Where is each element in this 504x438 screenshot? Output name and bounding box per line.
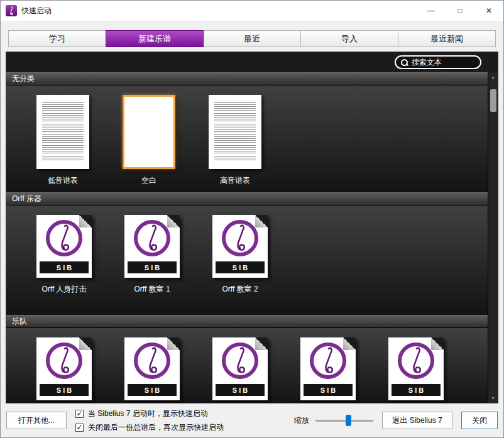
close-window-button[interactable]: ✕: [474, 1, 503, 21]
section-body-band: SIB SIB SIB: [6, 328, 498, 403]
template-browser: 无分类 低音谱表 空白 高音谱表 Orff 乐器 SIB: [6, 52, 498, 403]
treble-clef-icon: [46, 342, 82, 379]
treble-clef-icon: [310, 342, 346, 379]
tab-recent[interactable]: 最近: [203, 30, 301, 47]
show-on-launch-option[interactable]: ✓ 当 Sibelius 7 启动时，显示快速启动: [75, 408, 224, 419]
page-thumbnail[interactable]: [209, 95, 261, 169]
template-item-orff-classroom-1[interactable]: SIB Orff 教室 1: [124, 215, 180, 295]
vertical-scrollbar[interactable]: ▲ ▼: [488, 72, 498, 403]
zoom-slider-track[interactable]: [315, 420, 373, 422]
zoom-slider[interactable]: [315, 414, 373, 427]
template-label: 低音谱表: [48, 175, 78, 186]
page-thumbnail-selected[interactable]: [123, 95, 175, 169]
template-label: Orff 教室 1: [134, 284, 170, 295]
sib-badge: SIB: [216, 261, 265, 273]
sib-badge: SIB: [40, 384, 89, 396]
tab-bar: 学习 新建乐谱 最近 导入 最近新闻: [8, 30, 496, 47]
scroll-down-icon[interactable]: ▼: [488, 393, 498, 403]
sib-badge: SIB: [216, 384, 265, 396]
template-item-band-5[interactable]: SIB: [388, 337, 444, 400]
zoom-label: 缩放: [294, 415, 309, 426]
sib-file-icon[interactable]: SIB: [212, 215, 268, 278]
template-item-band-4[interactable]: SIB: [300, 337, 356, 400]
section-header-band: 乐队: [6, 315, 498, 328]
sib-file-icon[interactable]: SIB: [300, 337, 356, 400]
show-after-close-label: 关闭最后一份总谱后，再次显示快速启动: [88, 422, 224, 433]
treble-clef-icon: [46, 220, 82, 256]
folded-corner-icon: [79, 215, 92, 227]
titlebar: 快速启动 — □ ✕: [1, 1, 503, 21]
open-other-button[interactable]: 打开其他...: [6, 412, 67, 429]
sib-file-icon[interactable]: SIB: [124, 215, 180, 278]
template-item-band-1[interactable]: SIB: [36, 337, 92, 400]
scrollbar-thumb[interactable]: [490, 89, 496, 112]
show-after-close-checkbox[interactable]: ✓: [75, 424, 84, 432]
treble-clef-icon: [398, 342, 434, 379]
zoom-control: 缩放: [294, 414, 373, 427]
tab-latest-news[interactable]: 最近新闻: [398, 30, 496, 47]
folded-corner-icon: [431, 337, 444, 350]
search-box[interactable]: [395, 55, 481, 69]
show-on-launch-label: 当 Sibelius 7 启动时，显示快速启动: [88, 408, 208, 419]
sib-badge: SIB: [128, 384, 177, 396]
template-label: 高音谱表: [220, 175, 250, 186]
section-body-orff: SIB Orff 人身打击 SIB Orff 教室 1 SIB Orff 教室: [6, 205, 498, 315]
sib-file-icon[interactable]: SIB: [36, 337, 92, 400]
folded-corner-icon: [79, 337, 92, 350]
sib-file-icon[interactable]: SIB: [124, 337, 180, 400]
search-input[interactable]: [412, 58, 475, 67]
template-item-band-3[interactable]: SIB: [212, 337, 268, 400]
minimize-button[interactable]: —: [417, 1, 446, 21]
template-label: Orff 人身打击: [41, 284, 86, 295]
footer-bar: 打开其他... ✓ 当 Sibelius 7 启动时，显示快速启动 ✓ 关闭最后…: [1, 403, 503, 437]
template-item-band-2[interactable]: SIB: [124, 337, 180, 400]
treble-clef-icon: [222, 220, 258, 256]
folded-corner-icon: [167, 337, 180, 350]
template-item-treble-staff[interactable]: 高音谱表: [209, 95, 261, 186]
sib-badge: SIB: [392, 384, 441, 396]
section-header-uncategorized: 无分类: [6, 72, 498, 85]
folded-corner-icon: [343, 337, 356, 350]
search-row: [6, 52, 498, 72]
section-header-orff: Orff 乐器: [6, 192, 498, 205]
template-item-blank[interactable]: 空白: [123, 95, 175, 186]
sib-file-icon[interactable]: SIB: [388, 337, 444, 400]
app-icon: [6, 5, 17, 16]
show-after-close-option[interactable]: ✓ 关闭最后一份总谱后，再次显示快速启动: [75, 422, 224, 433]
treble-clef-icon: [134, 220, 170, 256]
scroll-up-icon[interactable]: ▲: [488, 72, 498, 82]
tab-import[interactable]: 导入: [300, 30, 398, 47]
tab-learn[interactable]: 学习: [8, 30, 106, 47]
zoom-slider-thumb[interactable]: [346, 415, 351, 426]
treble-clef-icon: [134, 342, 170, 379]
sib-badge: SIB: [304, 384, 353, 396]
template-label: 空白: [141, 175, 156, 186]
window-controls: — □ ✕: [417, 1, 503, 21]
quick-start-window: 快速启动 — □ ✕ 学习 新建乐谱 最近 导入 最近新闻 无分类 低音谱表: [0, 0, 504, 438]
show-on-launch-checkbox[interactable]: ✓: [75, 410, 84, 418]
sib-badge: SIB: [40, 261, 89, 273]
template-item-orff-classroom-2[interactable]: SIB Orff 教室 2: [212, 215, 268, 295]
treble-clef-icon: [222, 342, 258, 379]
search-icon: [401, 59, 408, 66]
startup-options: ✓ 当 Sibelius 7 启动时，显示快速启动 ✓ 关闭最后一份总谱后，再次…: [75, 408, 224, 433]
sib-file-icon[interactable]: SIB: [36, 215, 92, 278]
tab-new-score[interactable]: 新建乐谱: [106, 30, 204, 47]
sib-file-icon[interactable]: SIB: [212, 337, 268, 400]
folded-corner-icon: [167, 215, 180, 227]
maximize-button[interactable]: □: [446, 1, 474, 21]
template-label: Orff 教室 2: [222, 284, 258, 295]
close-dialog-button[interactable]: 关闭: [461, 412, 498, 429]
template-item-orff-body-percussion[interactable]: SIB Orff 人身打击: [36, 215, 92, 295]
folded-corner-icon: [255, 337, 268, 350]
window-title: 快速启动: [21, 6, 52, 16]
section-body-uncategorized: 低音谱表 空白 高音谱表: [6, 85, 498, 192]
page-thumbnail[interactable]: [36, 95, 89, 169]
quit-sibelius-button[interactable]: 退出 Sibelius 7: [382, 412, 452, 429]
folded-corner-icon: [255, 215, 268, 227]
template-item-bass-staff[interactable]: 低音谱表: [36, 95, 89, 186]
sib-badge: SIB: [128, 261, 177, 273]
